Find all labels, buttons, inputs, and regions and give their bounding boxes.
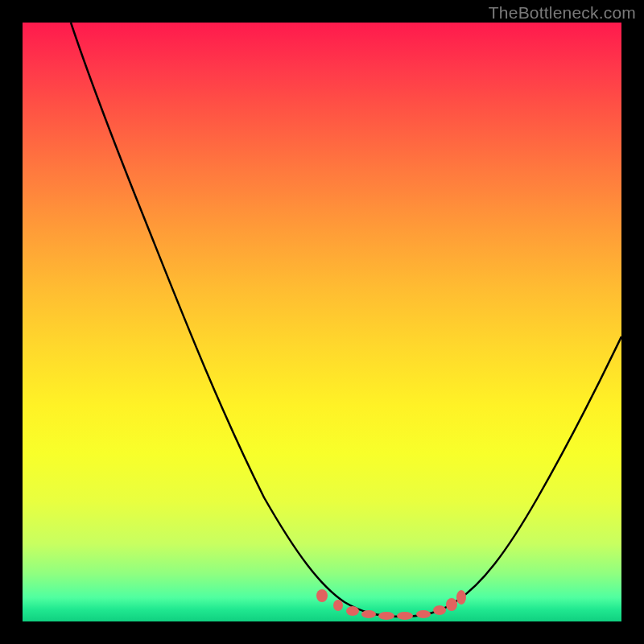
svg-point-2 bbox=[346, 606, 359, 616]
optimal-range-markers bbox=[316, 589, 466, 620]
svg-point-9 bbox=[456, 590, 466, 605]
svg-point-4 bbox=[378, 612, 394, 620]
chart-svg bbox=[23, 23, 621, 621]
plot-area bbox=[23, 23, 621, 621]
svg-point-8 bbox=[446, 598, 457, 611]
chart-frame: TheBottleneck.com bbox=[0, 0, 644, 644]
svg-point-5 bbox=[397, 612, 413, 620]
svg-point-0 bbox=[316, 589, 328, 602]
svg-point-7 bbox=[433, 605, 446, 615]
svg-point-3 bbox=[361, 610, 376, 618]
watermark-text: TheBottleneck.com bbox=[489, 3, 636, 23]
svg-point-1 bbox=[333, 600, 343, 611]
svg-point-6 bbox=[416, 610, 431, 618]
bottleneck-curve bbox=[71, 23, 621, 617]
